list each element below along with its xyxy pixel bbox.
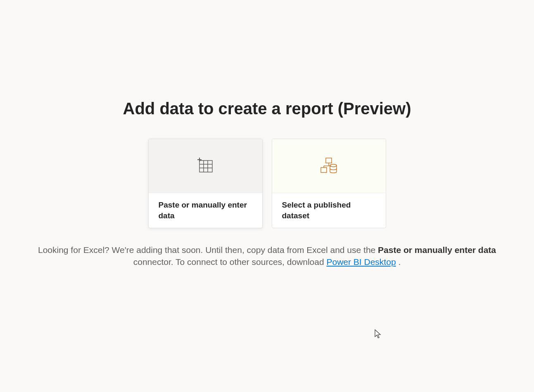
paste-data-label: Paste or manually enter data — [159, 200, 252, 221]
page-title: Add data to create a report (Preview) — [123, 99, 411, 118]
main-content: Add data to create a report (Preview) — [11, 99, 523, 268]
paste-data-icon-area — [149, 139, 262, 194]
svg-point-12 — [330, 164, 337, 167]
svg-rect-2 — [199, 161, 212, 172]
help-text-part1: Looking for Excel? We're adding that soo… — [38, 245, 378, 255]
cards-container: Paste or manually enter data — [148, 139, 386, 228]
svg-rect-7 — [326, 158, 332, 163]
paste-data-label-area: Paste or manually enter data — [149, 193, 262, 227]
published-dataset-label-area: Select a published dataset — [272, 193, 386, 227]
help-text: Looking for Excel? We're adding that soo… — [11, 244, 523, 268]
published-dataset-card[interactable]: Select a published dataset — [272, 139, 386, 228]
table-plus-icon — [195, 155, 215, 177]
published-dataset-icon-area — [272, 139, 386, 194]
paste-data-card[interactable]: Paste or manually enter data — [148, 139, 263, 228]
help-text-bold: Paste or manually enter data — [378, 245, 496, 255]
help-text-part2: connector. To connect to other sources, … — [133, 257, 327, 267]
svg-rect-11 — [321, 168, 327, 172]
published-dataset-label: Select a published dataset — [282, 200, 376, 221]
dataset-icon — [318, 154, 339, 177]
cursor-icon — [375, 329, 382, 341]
power-bi-desktop-link[interactable]: Power BI Desktop — [326, 257, 396, 267]
help-text-part3: . — [398, 257, 401, 267]
